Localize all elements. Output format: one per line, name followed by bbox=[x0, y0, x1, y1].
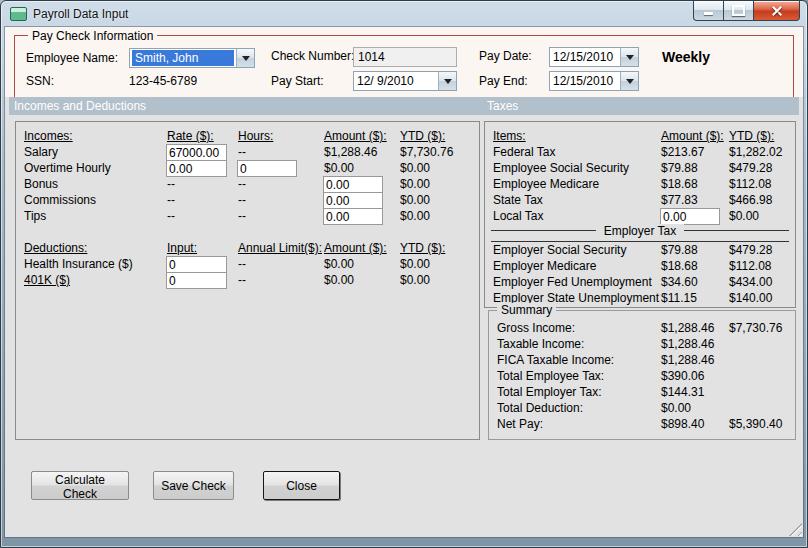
k401-input[interactable] bbox=[166, 272, 227, 289]
row-label: Tips bbox=[24, 209, 46, 223]
overtime-rate-input[interactable] bbox=[166, 160, 227, 177]
col-header-items: Items: bbox=[493, 129, 526, 143]
minimize-button[interactable] bbox=[693, 1, 724, 21]
cell-rate: -- bbox=[167, 177, 175, 191]
cell-amount: $1,288.46 bbox=[661, 337, 714, 351]
close-check-button[interactable]: Close bbox=[263, 471, 340, 500]
pay-end-picker[interactable]: 12/15/2010 bbox=[549, 71, 639, 91]
app-icon bbox=[10, 7, 27, 21]
incomes-deductions-panel: Incomes: Rate ($): Hours: Amount ($): YT… bbox=[15, 121, 480, 440]
cell-ytd: $7,730.76 bbox=[400, 145, 453, 159]
row-label: Total Employee Tax: bbox=[497, 369, 604, 383]
row-label: Total Deduction: bbox=[497, 401, 583, 415]
col-header-input: Input: bbox=[167, 241, 197, 255]
cell-ytd: $0.00 bbox=[400, 177, 430, 191]
tax-row-employer-ss: Employer Social Security $79.88 $479.28 bbox=[485, 243, 795, 259]
cell-ytd: $0.00 bbox=[400, 257, 430, 271]
cell-ytd: $112.08 bbox=[729, 177, 772, 191]
col-header-annual-limit: Annual Limit($): bbox=[238, 241, 322, 255]
cell-ytd: $140.00 bbox=[729, 291, 772, 305]
commissions-amount-input[interactable] bbox=[323, 192, 383, 209]
row-label: Commissions bbox=[24, 193, 96, 207]
cell-amount: $0.00 bbox=[324, 273, 354, 287]
overtime-hours-input[interactable] bbox=[237, 160, 297, 177]
cell-hours: -- bbox=[238, 145, 246, 159]
cell-ytd: $466.98 bbox=[729, 193, 772, 207]
close-button[interactable] bbox=[754, 1, 800, 21]
cell-amount: $1,288.46 bbox=[324, 145, 377, 159]
check-number-field[interactable]: 1014 bbox=[353, 47, 457, 67]
salary-rate-input[interactable] bbox=[166, 144, 227, 161]
incomes-header-row: Incomes: Rate ($): Hours: Amount ($): YT… bbox=[16, 129, 479, 145]
income-row-commissions: Commissions -- -- $0.00 bbox=[16, 193, 479, 209]
cell-amount: $1,288.46 bbox=[661, 353, 714, 367]
health-insurance-input[interactable] bbox=[166, 256, 227, 273]
cell-ytd: $479.28 bbox=[729, 161, 772, 175]
resize-grip[interactable] bbox=[789, 523, 802, 536]
summary-row-fica-taxable: FICA Taxable Income: $1,288.46 bbox=[489, 353, 795, 369]
tax-row-federal: Federal Tax $213.67 $1,282.02 bbox=[485, 145, 795, 161]
row-label: Employer Medicare bbox=[493, 259, 596, 273]
tips-amount-input[interactable] bbox=[323, 208, 383, 225]
titlebar[interactable]: Payroll Data Input bbox=[1, 1, 807, 27]
cell-amount: $77.83 bbox=[661, 193, 698, 207]
pay-start-picker[interactable]: 12/ 9/2010 bbox=[353, 71, 457, 91]
cell-ytd: $0.00 bbox=[400, 273, 430, 287]
cell-amount: $898.40 bbox=[661, 417, 704, 431]
payroll-window: Payroll Data Input Pay Check Information… bbox=[0, 0, 808, 548]
employer-tax-divider: Employer Tax bbox=[491, 224, 789, 242]
row-label: Net Pay: bbox=[497, 417, 543, 431]
col-header-hours: Hours: bbox=[238, 129, 273, 143]
deductions-header-row: Deductions: Input: Annual Limit($): Amou… bbox=[16, 241, 479, 257]
cell-hours: -- bbox=[238, 177, 246, 191]
summary-row-total-deduction: Total Deduction: $0.00 bbox=[489, 401, 795, 417]
tax-row-employee-ss: Employee Social Security $79.88 $479.28 bbox=[485, 161, 795, 177]
employee-name-label: Employee Name: bbox=[26, 51, 118, 65]
pay-start-dropdown-button[interactable] bbox=[438, 72, 456, 90]
summary-row-total-employee-tax: Total Employee Tax: $390.06 bbox=[489, 369, 795, 385]
cell-ytd: $434.00 bbox=[729, 275, 772, 289]
income-row-bonus: Bonus -- -- $0.00 bbox=[16, 177, 479, 193]
pay-end-dropdown-button[interactable] bbox=[620, 72, 638, 90]
check-number-value: 1014 bbox=[354, 50, 389, 64]
employee-name-dropdown-button[interactable] bbox=[236, 49, 254, 67]
row-label: Federal Tax bbox=[493, 145, 555, 159]
check-number-label: Check Number: bbox=[271, 49, 354, 63]
cell-amount: $213.67 bbox=[661, 145, 704, 159]
chevron-down-icon bbox=[626, 79, 634, 88]
cell-amount: $18.68 bbox=[661, 259, 698, 273]
summary-legend: Summary bbox=[497, 303, 556, 317]
ssn-label: SSN: bbox=[26, 74, 54, 88]
cell-amount: $18.68 bbox=[661, 177, 698, 191]
cell-amount: $0.00 bbox=[324, 161, 354, 175]
maximize-button[interactable] bbox=[724, 1, 754, 21]
tax-row-employer-medicare: Employer Medicare $18.68 $112.08 bbox=[485, 259, 795, 275]
income-row-tips: Tips -- -- $0.00 bbox=[16, 209, 479, 225]
row-label-401k-link[interactable]: 401K ($) bbox=[24, 273, 70, 287]
calculate-check-button[interactable]: Calculate Check bbox=[31, 471, 129, 500]
col-header-amount: Amount ($): bbox=[661, 129, 724, 143]
cell-amount: $144.31 bbox=[661, 385, 704, 399]
bonus-amount-input[interactable] bbox=[323, 176, 383, 193]
summary-row-total-employer-tax: Total Employer Tax: $144.31 bbox=[489, 385, 795, 401]
col-header-rate: Rate ($): bbox=[167, 129, 214, 143]
summary-row-taxable: Taxable Income: $1,288.46 bbox=[489, 337, 795, 353]
employer-tax-heading: Employer Tax bbox=[596, 224, 684, 238]
local-tax-input[interactable] bbox=[660, 208, 720, 225]
cell-amount: $79.88 bbox=[661, 161, 698, 175]
employee-name-value: Smith, John bbox=[132, 50, 234, 66]
deduction-row-health-insurance: Health Insurance ($) -- $0.00 $0.00 bbox=[16, 257, 479, 273]
employee-name-combobox[interactable]: Smith, John bbox=[129, 48, 255, 68]
col-header-amount: Amount ($): bbox=[324, 129, 387, 143]
col-header-ytd: YTD ($): bbox=[400, 129, 445, 143]
cell-amount: $390.06 bbox=[661, 369, 704, 383]
pay-date-dropdown-button[interactable] bbox=[620, 48, 638, 66]
summary-row-gross: Gross Income: $1,288.46 $7,730.76 bbox=[489, 321, 795, 337]
cell-amount: $1,288.46 bbox=[661, 321, 714, 335]
row-label: Employer Fed Unemployment bbox=[493, 275, 652, 289]
tax-row-employer-fed-unemployment: Employer Fed Unemployment $34.60 $434.00 bbox=[485, 275, 795, 291]
cell-ytd: $5,390.40 bbox=[729, 417, 782, 431]
pay-date-picker[interactable]: 12/15/2010 bbox=[549, 47, 639, 67]
save-check-button[interactable]: Save Check bbox=[153, 471, 234, 500]
row-label: Health Insurance ($) bbox=[24, 257, 133, 271]
